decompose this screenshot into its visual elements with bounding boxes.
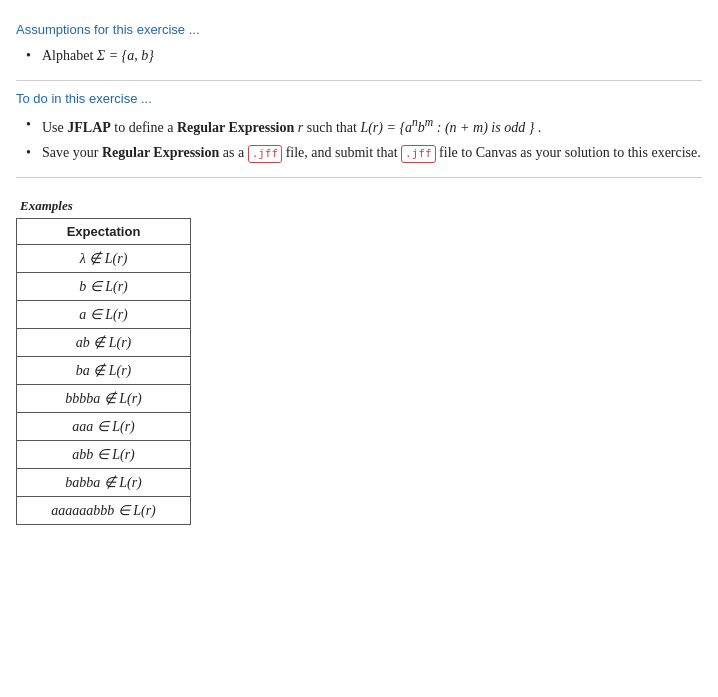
todo-section: To do in this exercise ... Use JFLAP to … [16,81,702,178]
table-row: aaaaaabbb ∈ L(r) [17,497,191,525]
jff-badge-2: .jff [401,145,436,164]
expectation-cell: ab ∉ L(r) [17,329,191,357]
examples-label: Examples [16,198,702,214]
jflap-label: JFLAP [67,120,111,135]
table-row: ba ∉ L(r) [17,357,191,385]
expectation-cell: abb ∈ L(r) [17,441,191,469]
table-row: abb ∈ L(r) [17,441,191,469]
examples-table: Expectation λ ∉ L(r)b ∈ L(r)a ∈ L(r)ab ∉… [16,218,191,525]
todo-header: To do in this exercise ... [16,91,702,106]
assumptions-header: Assumptions for this exercise ... [16,22,702,37]
todo-item-1: Use JFLAP to define a Regular Expression… [26,114,702,138]
expectation-cell: aaa ∈ L(r) [17,413,191,441]
math-expression: L(r) = {anbm : (n + m) is odd } [360,120,537,135]
table-row: aaa ∈ L(r) [17,413,191,441]
assumptions-list: Alphabet Σ = {a, b} [16,45,702,66]
expectation-header: Expectation [17,219,191,245]
table-row: λ ∉ L(r) [17,245,191,273]
assumptions-section: Assumptions for this exercise ... Alphab… [16,12,702,81]
todo-item-2: Save your Regular Expression as a .jff f… [26,142,702,164]
assumption-item-1: Alphabet Σ = {a, b} [26,45,702,66]
expectation-cell: bbbba ∉ L(r) [17,385,191,413]
table-row: bbbba ∉ L(r) [17,385,191,413]
examples-section: Examples Expectation λ ∉ L(r)b ∈ L(r)a ∈… [16,198,702,525]
table-row: b ∈ L(r) [17,273,191,301]
expectation-cell: babba ∉ L(r) [17,469,191,497]
table-row: ab ∉ L(r) [17,329,191,357]
expectation-cell: a ∈ L(r) [17,301,191,329]
jff-badge-1: .jff [248,145,283,164]
regex-label-2: Regular Expression [102,145,219,160]
table-row: a ∈ L(r) [17,301,191,329]
expectation-cell: aaaaaabbb ∈ L(r) [17,497,191,525]
regex-label-1: Regular Expression [177,120,294,135]
expectation-cell: b ∈ L(r) [17,273,191,301]
expectation-cell: ba ∉ L(r) [17,357,191,385]
table-row: babba ∉ L(r) [17,469,191,497]
expectation-cell: λ ∉ L(r) [17,245,191,273]
todo-list: Use JFLAP to define a Regular Expression… [16,114,702,163]
assumption-prefix: Alphabet Σ = {a, b} [42,48,154,63]
